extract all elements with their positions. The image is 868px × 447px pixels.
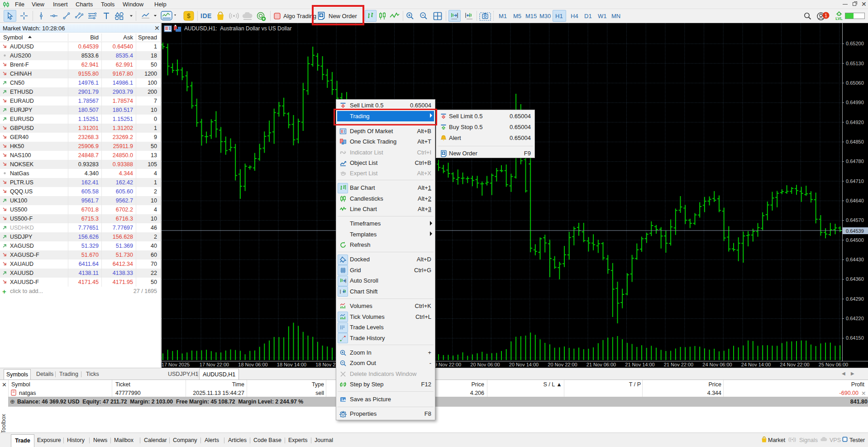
svg-text:21 Nov 14:00: 21 Nov 14:00	[625, 362, 654, 367]
svg-text:0.64850: 0.64850	[846, 139, 864, 144]
svg-text:18 Nov 06:00: 18 Nov 06:00	[238, 362, 267, 367]
svg-text:0.64430: 0.64430	[846, 257, 864, 262]
svg-text:20 Nov 06:00: 20 Nov 06:00	[470, 362, 500, 367]
svg-text:1: 1	[825, 13, 827, 18]
svg-text:21 Nov 06:00: 21 Nov 06:00	[587, 362, 616, 367]
svg-text:0.64710: 0.64710	[846, 178, 864, 184]
svg-text:0.65200: 0.65200	[846, 41, 864, 46]
svg-text:AUDUSD,H1: Australian Dollar: AUDUSD,H1: Australian Dollar vs US Dolla…	[184, 25, 291, 32]
svg-text:21 Nov 22:00: 21 Nov 22:00	[664, 362, 693, 367]
svg-text:0.65060: 0.65060	[846, 80, 864, 86]
svg-text:0.64220: 0.64220	[846, 316, 864, 321]
svg-text:0.64150: 0.64150	[846, 335, 864, 341]
svg-text:24 Nov 06:00: 24 Nov 06:00	[702, 362, 732, 367]
svg-text:0.64780: 0.64780	[846, 159, 864, 164]
svg-text:0.64640: 0.64640	[846, 198, 864, 203]
svg-text:0.64539: 0.64539	[846, 228, 864, 234]
svg-text:24 Nov 14:00: 24 Nov 14:00	[741, 362, 771, 367]
svg-text:$: $	[187, 12, 191, 19]
svg-text:17 Nov 22:00: 17 Nov 22:00	[200, 362, 229, 367]
svg-text:0.64500: 0.64500	[846, 237, 864, 243]
svg-text:20 Nov 14:00: 20 Nov 14:00	[509, 362, 539, 367]
svg-text:0.64920: 0.64920	[846, 120, 864, 125]
svg-text:0.64990: 0.64990	[846, 100, 864, 105]
svg-text:19 Nov 22:00: 19 Nov 22:00	[432, 362, 461, 367]
svg-text:0.64570: 0.64570	[846, 217, 864, 223]
svg-text:LVL: LVL	[835, 16, 842, 21]
svg-text:20 Nov 22:00: 20 Nov 22:00	[548, 362, 577, 367]
svg-text:18 Nov 14:00: 18 Nov 14:00	[277, 362, 306, 367]
svg-text:0.65130: 0.65130	[846, 61, 864, 66]
svg-text:0.64360: 0.64360	[846, 276, 864, 282]
svg-text:24 Nov 22:00: 24 Nov 22:00	[780, 362, 809, 367]
svg-text:17 Nov 2025: 17 Nov 2025	[162, 362, 190, 367]
svg-text:25 Nov 06:00: 25 Nov 06:00	[819, 362, 848, 367]
svg-text:0.64290: 0.64290	[846, 296, 864, 302]
